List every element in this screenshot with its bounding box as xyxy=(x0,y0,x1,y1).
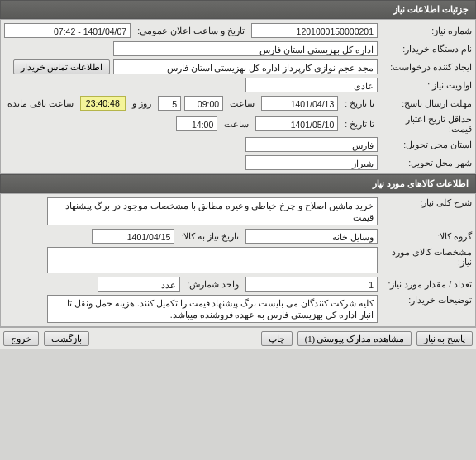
buyer-label: نام دستگاه خریدار: xyxy=(381,44,472,54)
respond-button[interactable]: پاسخ به نیاز xyxy=(416,331,473,346)
to-date-label-2: تا تاریخ : xyxy=(341,119,378,129)
group-field: وسایل خانه xyxy=(245,229,378,244)
need-date-label: تاریخ نیاز به کالا: xyxy=(178,231,242,241)
desc-label: شرح کلی نیاز: xyxy=(381,197,472,207)
footer-toolbar: پاسخ به نیاز مشاهده مدارک پیوستی (1) چاپ… xyxy=(0,327,476,349)
days-label: روز و xyxy=(129,98,155,108)
desc-field: خرید ماشین اصلاح و چرخ خیاطی و غیره مطاب… xyxy=(47,197,378,225)
min-valid-time-field: 14:00 xyxy=(176,116,217,131)
back-button[interactable]: بازگشت xyxy=(44,331,89,346)
buyer-notes-label: توضیحات خریدار: xyxy=(381,295,472,305)
group-label: گروه کالا: xyxy=(381,231,472,241)
panel-header-need-details: جزئیات اطلاعات نیاز xyxy=(0,0,476,19)
need-number-field: 1201000150000201 xyxy=(251,23,378,38)
need-number-label: شماره نیاز: xyxy=(381,26,472,36)
deadline-label: مهلت ارسال پاسخ: xyxy=(381,98,472,108)
province-field: فارس xyxy=(245,137,378,152)
days-field: 5 xyxy=(158,96,181,111)
qty-label: تعداد / مقدار مورد نیاز: xyxy=(381,279,472,289)
attachments-button[interactable]: مشاهده مدارک پیوستی (1) xyxy=(298,331,412,346)
min-valid-label: حداقل تاریخ اعتبار قیمت: xyxy=(381,114,472,134)
to-date-label-1: تا تاریخ : xyxy=(341,98,378,108)
priority-label: اولویت نیاز : xyxy=(381,80,472,90)
deadline-date-field: 1401/04/13 xyxy=(261,96,338,111)
contact-buyer-button[interactable]: اطلاعات تماس خریدار xyxy=(13,59,110,74)
public-time-label: تاریخ و ساعت اعلان عمومی: xyxy=(134,26,248,36)
min-valid-date-field: 1401/05/10 xyxy=(255,116,338,131)
spec-label: مشخصات کالای مورد نیاز: xyxy=(381,247,472,267)
priority-field: عادی xyxy=(245,78,378,92)
creator-field: مجد عجم نوازی کارپرداز اداره کل بهزیستی … xyxy=(113,59,378,74)
need-details-section: شماره نیاز: 1201000150000201 تاریخ و ساع… xyxy=(0,19,476,174)
unit-field: عدد xyxy=(98,277,180,292)
timer-suffix: ساعت باقی مانده xyxy=(4,98,77,108)
buyer-field: اداره کل بهزیستی استان فارس xyxy=(113,41,378,56)
print-button[interactable]: چاپ xyxy=(261,331,293,346)
city-field: شیراز xyxy=(245,155,378,170)
time-label-1: ساعت xyxy=(226,98,258,108)
panel-header-goods: اطلاعات کالاهای مورد نیاز xyxy=(0,174,476,193)
exit-button[interactable]: خروج xyxy=(3,331,39,346)
goods-section: شرح کلی نیاز: خرید ماشین اصلاح و چرخ خیا… xyxy=(0,193,476,327)
deadline-time-field: 09:00 xyxy=(184,96,223,111)
unit-label: واحد شمارش: xyxy=(183,279,242,289)
time-label-2: ساعت xyxy=(221,119,252,129)
qty-field: 1 xyxy=(245,277,378,292)
province-label: استان محل تحویل: xyxy=(381,140,472,149)
city-label: شهر محل تحویل: xyxy=(381,158,472,168)
need-date-field: 1401/04/15 xyxy=(92,229,174,244)
creator-label: ایجاد کننده درخواست: xyxy=(381,62,472,72)
public-time-field: 1401/04/07 - 07:42 xyxy=(4,23,131,38)
buyer-notes-field: کلیه شرکت کنندگان می بایست برگ پیشنهاد ق… xyxy=(47,295,378,323)
timer-field: 23:40:48 xyxy=(80,96,126,111)
spec-field xyxy=(47,247,378,273)
